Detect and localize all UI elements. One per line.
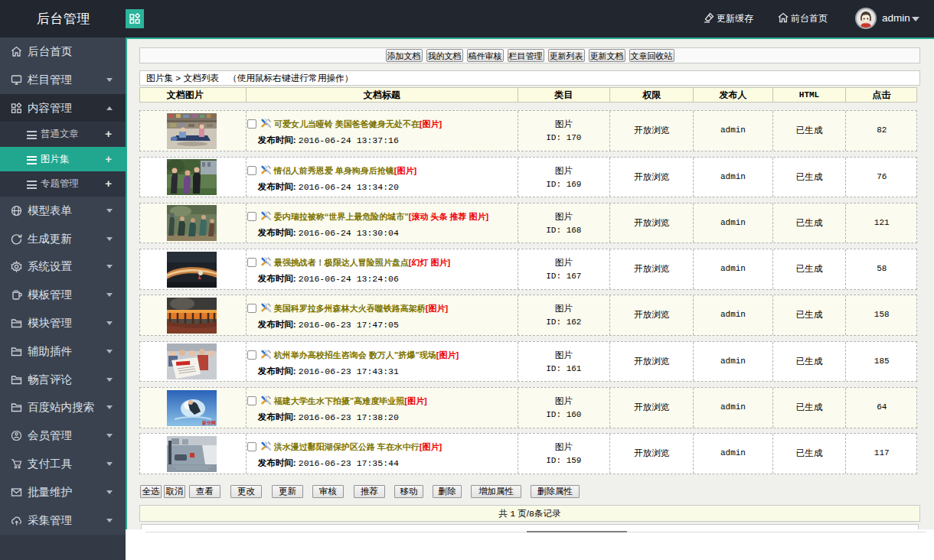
svg-text:新华网: 新华网 [201,420,216,426]
